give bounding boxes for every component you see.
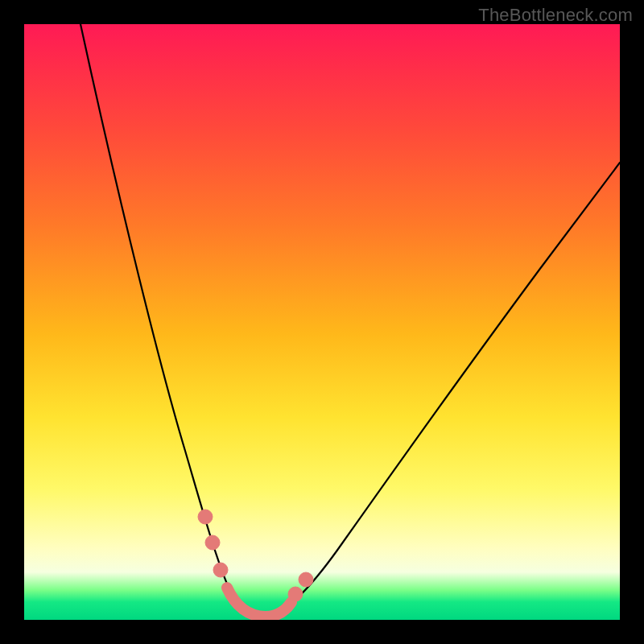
- valley-dot: [213, 563, 228, 577]
- plot-area: [24, 24, 620, 620]
- valley-floor-segment: [227, 588, 291, 617]
- valley-dot: [288, 587, 303, 601]
- outer-black-frame: TheBottleneck.com: [0, 0, 644, 644]
- bottleneck-curve-path: [80, 24, 620, 617]
- bottleneck-curve-svg: [24, 24, 620, 620]
- valley-dot: [198, 510, 213, 524]
- watermark-text: TheBottleneck.com: [478, 5, 633, 26]
- valley-highlight-dots: [198, 510, 313, 617]
- valley-dot: [299, 572, 313, 587]
- valley-dot: [205, 535, 220, 550]
